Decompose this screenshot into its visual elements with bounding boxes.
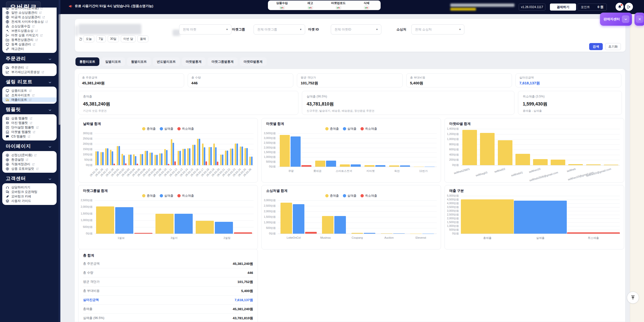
section-title: 템플릿 xyxy=(6,106,21,113)
date-preset-button[interactable]: 올해 xyxy=(137,35,148,42)
chart-market-id: 마켓ID별 합계0만원200만원400만원600만원800만원1,000만원1,… xyxy=(445,118,624,183)
filter-select[interactable]: 전체 소싱처▼ xyxy=(411,24,464,34)
sidebar-item-label: 소싱상품수집 xyxy=(11,24,30,28)
seller-center-label: 판매자센터 xyxy=(603,17,620,21)
sidebar-item-label: CS 템플릿 xyxy=(11,134,26,139)
filter-select[interactable]: 전체 마켓▼ xyxy=(179,24,231,34)
reset-button[interactable]: 초기화 xyxy=(605,43,621,50)
seller-center-collapse-button[interactable] xyxy=(622,15,629,23)
summary-row: 총 주문금액45,381,240원 xyxy=(83,259,253,268)
chart-title: 마켓그룹별 합계 xyxy=(83,189,108,193)
sidebar-section-header[interactable]: 템플릿 xyxy=(2,107,57,112)
chart-x-labels: 총매출실매출취소매출 xyxy=(461,236,620,240)
sidebar-group-card: 상품 템플릿마진 템플릿단어설정 템플릿마켓별 템플릿CS 템플릿 xyxy=(2,114,57,140)
sidebar-group-card: 상담하러가기오버링크 오픈채팅오버링크 카페사용자 가이드 xyxy=(2,183,57,205)
filter-select[interactable]: 전체 마켓ID▼ xyxy=(331,24,381,34)
textbox-icon xyxy=(6,126,9,129)
external-link-icon xyxy=(36,167,39,170)
stat-progress-ring: 0/0 xyxy=(336,5,341,10)
chart-legend: 총매출실매출취소매출 xyxy=(78,127,258,131)
date-range-input-blurred[interactable] xyxy=(78,24,141,34)
tab-년도별리포트[interactable]: 년도별리포트 xyxy=(153,57,180,66)
tab-일별리포트[interactable]: 일별리포트 xyxy=(101,57,125,66)
layers-icon xyxy=(6,199,9,203)
seller-center-pill[interactable]: 판매자센터 xyxy=(600,13,632,26)
sidebar-item[interactable]: 등록전상품관리 xyxy=(2,38,57,42)
tab-마켓그룹별통계[interactable]: 마켓그룹별통계 xyxy=(208,57,238,66)
sidebar-section-header[interactable]: 고객센터 xyxy=(2,176,57,181)
summary-title: 총 합계 xyxy=(83,253,94,258)
date-preset-button[interactable]: 오늘 xyxy=(83,35,94,42)
sidebar-item[interactable]: 상품 오토파일럿 xyxy=(2,166,57,171)
sidebar-item[interactable]: 상품리포트 xyxy=(2,88,57,93)
sidebar-item[interactable]: 마켓별 템플릿 xyxy=(2,130,57,134)
sidebar-item[interactable]: 소싱상품수집 xyxy=(2,24,57,28)
sidebar-section-header[interactable]: 셀링 리포트 xyxy=(2,79,57,85)
sidebar-item[interactable]: 마켓 상품 가져오기 xyxy=(2,33,57,38)
search-button[interactable]: 검색 xyxy=(589,43,603,50)
chart-title: 마켓별 합계 xyxy=(266,122,284,126)
date-preset-button[interactable]: 이번 달 xyxy=(121,35,136,42)
sidebar-item[interactable]: CS 템플릿 xyxy=(2,134,57,139)
summary-row-label: 실매출 (96.5%) xyxy=(83,316,104,320)
notifications-button[interactable] xyxy=(616,3,624,11)
logout-button[interactable] xyxy=(625,3,633,11)
globe-icon xyxy=(6,15,9,19)
date-preset-button[interactable]: 30일 xyxy=(108,35,119,42)
sidebar-item[interactable]: 주문관리 xyxy=(2,65,57,70)
sidebar-item[interactable]: 마진 템플릿 xyxy=(2,121,57,125)
sidebar-item[interactable]: 비공개 소싱상품관리 xyxy=(2,15,57,19)
sidebar-item-label: 부가세신고자료생성 xyxy=(11,70,40,74)
sidebar-item[interactable]: 등록 상품관리 xyxy=(2,42,57,47)
tab-마켓별통계[interactable]: 마켓별통계 xyxy=(182,57,206,66)
sidebar-item[interactable]: 상담하러가기 xyxy=(2,185,57,190)
sidebar-item[interactable]: 부가세신고자료생성 xyxy=(2,70,57,74)
sidebar-item[interactable]: 소싱가이드(문의중) xyxy=(2,8,57,10)
sidebar-section-header[interactable]: 주문관리 xyxy=(2,56,57,61)
tab-통합리포트[interactable]: 통합리포트 xyxy=(75,57,99,66)
seller-center-close-button[interactable] xyxy=(636,15,643,23)
sidebar-item[interactable]: 재고관리 xyxy=(2,47,57,51)
period-label: 간 xyxy=(79,37,82,41)
tab-월별리포트[interactable]: 월별리포트 xyxy=(127,57,151,66)
sidebar-item[interactable]: 브랜드상품소싱 xyxy=(2,28,57,33)
sidebar-item[interactable]: 매출리포트 xyxy=(2,97,57,102)
external-link-icon xyxy=(33,43,35,46)
sidebar-item-label: 소싱가이드(문의중) xyxy=(11,8,38,10)
chart-sales-split: 매출 구분0만원500만원1,000만원1,500만원2,000만원2,500만… xyxy=(445,185,624,249)
sidebar-item-label: 매출리포트 xyxy=(11,98,27,102)
sidebar-item[interactable]: 상품 템플릿 xyxy=(2,116,57,121)
globe-icon xyxy=(6,11,9,15)
sidebar-item[interactable]: 오버링크 오픈채팅 xyxy=(2,190,57,194)
sidebar-item[interactable]: 일반 소싱상품관리 xyxy=(2,10,57,15)
sidebar-item[interactable]: 단어설정 템플릿 xyxy=(2,125,57,130)
sidebar-item[interactable]: 전세계 사이트수동소싱 xyxy=(2,19,57,24)
sidebar-item[interactable]: 사용자 가이드 xyxy=(2,199,57,203)
chart-legend: 총매출실매출취소매출 xyxy=(262,194,441,198)
filter-select[interactable]: 전체 마켓그룹▼ xyxy=(254,24,305,34)
scroll-to-top-button[interactable] xyxy=(627,292,639,304)
filter-panel: 간 오늘7일30일이번 달올해 전체 마켓▼마켓그룹전체 마켓그룹▼마켓 ID전… xyxy=(75,19,626,52)
bubbles-icon xyxy=(6,190,9,194)
sidebar-item[interactable]: 조회수리포트 xyxy=(2,93,57,97)
filter-label: 마켓그룹 xyxy=(232,24,245,34)
coins-icon xyxy=(6,121,9,125)
sidebar-item[interactable]: 오버링크 카페 xyxy=(2,194,57,199)
chart-legend: 총매출실매출취소매출 xyxy=(78,194,258,198)
external-link-icon xyxy=(42,71,44,74)
tab-마켓ID별통계[interactable]: 마켓ID별통계 xyxy=(240,57,267,66)
sidebar-item[interactable]: 환경설정 xyxy=(2,157,57,162)
upload-stats-widget: 상품수집0/0재고0/0마켓업로드0/0삭제0/0 xyxy=(268,1,381,10)
quick-date-buttons: 오늘7일30일이번 달올해 xyxy=(83,35,148,42)
date-preset-button[interactable]: 7일 xyxy=(96,35,106,42)
seller-center-widget: 판매자센터 xyxy=(600,13,644,26)
section-title: 주문관리 xyxy=(6,55,26,62)
sidebar-item[interactable]: 선정신(준비중) xyxy=(2,153,57,157)
sidebar-item[interactable]: 직원계정관리 xyxy=(2,162,57,166)
sidebar-item-label: 선정신(준비중) xyxy=(11,153,32,157)
stat-progress-ring: 0/0 xyxy=(279,5,285,10)
sidebar-section-header[interactable]: 마이페이지 xyxy=(2,144,57,149)
leaf-icon xyxy=(6,195,9,198)
pay-button[interactable]: 결제하기 xyxy=(550,4,576,11)
sidebar-scrollbar-thumb[interactable] xyxy=(59,14,60,125)
